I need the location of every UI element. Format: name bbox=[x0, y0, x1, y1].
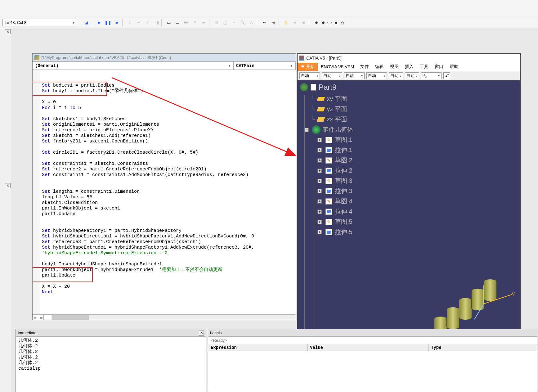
font-icon[interactable]: A bbox=[248, 19, 255, 26]
locals-window: Locals <Ready> Expression Value Type bbox=[208, 329, 537, 392]
menu-view[interactable]: 视图 bbox=[387, 63, 402, 71]
run-icon[interactable]: ▶ bbox=[96, 19, 103, 26]
outdent-icon[interactable]: ⇥ bbox=[269, 19, 277, 26]
tree-feature-item[interactable]: +拉伸.4 bbox=[317, 207, 520, 216]
close-icon[interactable]: ✕ bbox=[5, 29, 11, 34]
tree-expand-icon[interactable]: + bbox=[317, 230, 322, 234]
display-combo-3[interactable]: 自动 bbox=[344, 72, 365, 79]
display-combo-6[interactable]: 自动 bbox=[405, 72, 419, 79]
tree-collapse-icon[interactable]: − bbox=[304, 128, 309, 132]
bookmark-clear-icon[interactable]: ◇ bbox=[339, 19, 346, 26]
tree-feature-item[interactable]: +拉伸.3 bbox=[317, 187, 520, 195]
tree-feature-item[interactable]: +✎草图.4 bbox=[317, 197, 520, 205]
tree-plane-yz[interactable]: └yz 平面 bbox=[311, 105, 520, 113]
locals-title: Locals bbox=[210, 331, 222, 335]
locals-col-type[interactable]: Type bbox=[428, 344, 537, 351]
procedure-view-icon[interactable]: ≡ bbox=[33, 315, 38, 320]
menu-enovia[interactable]: ENOVIA V5 VPM bbox=[318, 63, 357, 70]
tree-feature-item[interactable]: +✎草图.3 bbox=[317, 177, 520, 185]
bookmark-prev-icon[interactable]: ←◆ bbox=[330, 19, 338, 26]
paste-icon[interactable]: 📋 bbox=[222, 19, 229, 26]
tree-expand-icon[interactable]: + bbox=[317, 179, 322, 183]
tree-partbody[interactable]: − 零件几何体 bbox=[304, 125, 520, 134]
plane-icon bbox=[317, 107, 325, 111]
menu-tools[interactable]: 工具 bbox=[417, 63, 432, 71]
tree-expand-icon[interactable]: + bbox=[317, 199, 322, 204]
find-icon[interactable]: 🔍 bbox=[239, 19, 246, 26]
tree-expand-icon[interactable]: + bbox=[317, 148, 322, 152]
display-combo-5[interactable]: 自动 bbox=[389, 72, 403, 79]
menu-edit[interactable]: 编辑 bbox=[372, 63, 387, 71]
tree-expand-icon[interactable]: + bbox=[317, 138, 322, 142]
toggle-breakpoint-icon[interactable]: ✋ bbox=[282, 19, 290, 26]
catia-start-menu[interactable]: ⚑开始 bbox=[298, 63, 318, 71]
display-combo-7[interactable]: 无 bbox=[421, 72, 442, 79]
immediate-body[interactable]: 几何体.2几何体.2几何体.2几何体.2几何体.2catialsp bbox=[16, 337, 206, 392]
extrude-icon bbox=[325, 209, 332, 215]
cut-icon[interactable]: ✂ bbox=[230, 19, 238, 26]
tree-feature-item[interactable]: +✎草图.2 bbox=[317, 156, 520, 164]
locals-ready-text: <Ready> bbox=[208, 337, 537, 344]
display-combo-4[interactable]: 自动 bbox=[366, 72, 387, 79]
vba-window-titlebar[interactable]: D:\MyPrograme\catiaMacro\catiaLearn\VBA … bbox=[33, 54, 296, 62]
display-combo-1[interactable]: 自动 bbox=[299, 72, 320, 79]
display-combo-2[interactable]: 自动 bbox=[322, 72, 342, 79]
line-col-combo[interactable]: Ln 48, Col 8 bbox=[2, 19, 77, 26]
bookmark-next-icon[interactable]: ◆→ bbox=[321, 19, 329, 26]
step-into-icon[interactable]: ⤵ bbox=[126, 19, 133, 26]
stop-icon[interactable]: ■ bbox=[113, 19, 120, 26]
locals-window-icon[interactable]: ▭ bbox=[165, 19, 173, 26]
locals-header[interactable]: Locals bbox=[208, 329, 537, 337]
tree-feature-item[interactable]: +✎草图.5 bbox=[317, 218, 520, 226]
menu-file[interactable]: 文件 bbox=[357, 63, 372, 71]
immediate-line: 几何体.2 bbox=[18, 338, 203, 344]
indent-icon[interactable]: ⇤ bbox=[261, 19, 268, 26]
run-to-cursor-icon[interactable]: →▮ bbox=[152, 19, 159, 26]
tree-feature-item[interactable]: +拉伸.5 bbox=[317, 228, 520, 236]
tree-expand-icon[interactable]: + bbox=[317, 189, 322, 193]
catia-spec-tree[interactable]: Part9 └xy 平面 └yz 平面 └zx 平面 − 零件几何体 +✎草图.… bbox=[298, 80, 520, 342]
comment-icon[interactable]: ≡ bbox=[291, 19, 298, 26]
close-icon[interactable]: ✕ bbox=[199, 331, 204, 336]
pause-icon[interactable]: ❚❚ bbox=[104, 19, 112, 26]
immediate-line: 几何体.2 bbox=[18, 349, 203, 355]
painter-icon[interactable]: 🖌 bbox=[443, 72, 450, 79]
locals-col-expression[interactable]: Expression bbox=[208, 344, 307, 351]
svg-line-1 bbox=[484, 295, 512, 304]
sketch-icon: ✎ bbox=[325, 219, 332, 225]
tree-root-part[interactable]: Part9 bbox=[300, 83, 520, 92]
vba-horizontal-scrollbar[interactable] bbox=[51, 314, 296, 320]
quick-watch-icon[interactable]: ⚲ bbox=[191, 19, 199, 26]
copy-icon[interactable]: ⧉ bbox=[213, 19, 220, 26]
call-stack-icon[interactable]: ≣ bbox=[200, 19, 207, 26]
sketch-icon: ✎ bbox=[325, 178, 332, 184]
tree-expand-icon[interactable]: + bbox=[317, 220, 322, 224]
menu-insert[interactable]: 插入 bbox=[402, 63, 417, 71]
step-over-icon[interactable]: ⤳ bbox=[135, 19, 142, 26]
immediate-header[interactable]: Immediate ✕ bbox=[16, 329, 206, 337]
menu-window[interactable]: 窗口 bbox=[432, 63, 446, 71]
tree-feature-item[interactable]: +✎草图.1 bbox=[317, 136, 520, 144]
tree-plane-zx[interactable]: └zx 平面 bbox=[311, 115, 520, 124]
tree-expand-icon[interactable]: + bbox=[317, 210, 322, 214]
vba-procedure-dropdown[interactable]: CATMain bbox=[234, 62, 296, 70]
vba-object-dropdown[interactable]: (General) bbox=[33, 62, 234, 70]
watch-window-icon[interactable]: 👓 bbox=[182, 19, 190, 26]
tree-expand-icon[interactable]: + bbox=[317, 158, 322, 163]
locals-col-value[interactable]: Value bbox=[307, 344, 428, 351]
tree-feature-item[interactable]: +拉伸.1 bbox=[317, 146, 520, 154]
vba-code-editor[interactable]: Set bodies1 = part1.Bodies Set body1 = b… bbox=[33, 70, 296, 314]
immediate-window-icon[interactable]: ▭ bbox=[174, 19, 181, 26]
bookmark-toggle-icon[interactable]: ◆ bbox=[313, 19, 320, 26]
tree-plane-xy[interactable]: └xy 平面 bbox=[311, 95, 520, 103]
design-mode-icon[interactable]: ◢ bbox=[83, 19, 90, 26]
uncomment-icon[interactable]: ≢ bbox=[300, 19, 307, 26]
catia-titlebar[interactable]: CATIA V5 - [Part9] bbox=[298, 54, 520, 62]
tree-expand-icon[interactable]: + bbox=[317, 169, 322, 173]
close-icon[interactable]: ✕ bbox=[5, 183, 11, 188]
full-module-view-icon[interactable]: ▭ bbox=[38, 315, 44, 320]
sketch-icon: ✎ bbox=[325, 137, 332, 143]
menu-help[interactable]: 帮助 bbox=[446, 63, 461, 71]
step-out-icon[interactable]: ⤴ bbox=[143, 19, 151, 26]
tree-feature-item[interactable]: +拉伸.2 bbox=[317, 166, 520, 175]
